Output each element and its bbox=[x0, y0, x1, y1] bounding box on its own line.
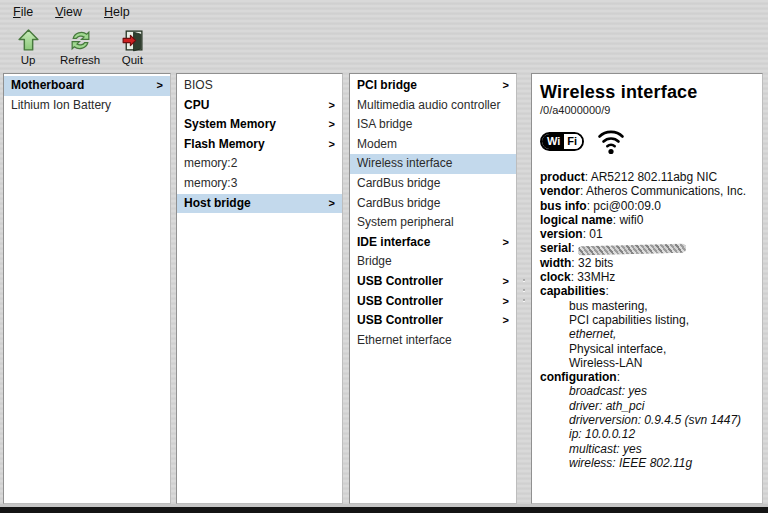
tree-item-ide-interface[interactable]: IDE interface> bbox=[350, 233, 516, 253]
tree-item-ethernet-interface[interactable]: Ethernet interface bbox=[350, 331, 516, 351]
wifi-badge-wi: Wi bbox=[542, 134, 563, 149]
tree-item-flash-memory[interactable]: Flash Memory> bbox=[177, 135, 342, 155]
expander-arrow: > bbox=[503, 76, 509, 96]
tree-item-isa-bridge[interactable]: ISA bridge bbox=[350, 115, 516, 135]
tree-item-pci-bridge[interactable]: PCI bridge> bbox=[350, 76, 516, 96]
expander-arrow: > bbox=[329, 194, 335, 214]
device-title: Wireless interface bbox=[540, 82, 756, 103]
quit-door-icon bbox=[120, 28, 145, 53]
field-bus-info: bus info: pci@00:09.0 bbox=[540, 199, 756, 213]
device-details-panel: Wireless interface /0/a4000000/9 Wi Fi p… bbox=[531, 73, 763, 504]
field-vendor: vendor: Atheros Communications, Inc. bbox=[540, 184, 756, 198]
quit-button[interactable]: Quit bbox=[110, 26, 154, 70]
pane-resize-grip[interactable] bbox=[521, 277, 526, 303]
capability-item: PCI capabilities listing, bbox=[540, 313, 756, 327]
configuration-item: driverversion: 0.9.4.5 (svn 1447) bbox=[540, 413, 756, 427]
wifi-logo-badge: Wi Fi bbox=[540, 132, 584, 151]
device-tree-column-2: BIOSCPU>System Memory>Flash Memory>memor… bbox=[176, 73, 343, 504]
up-button-label: Up bbox=[21, 54, 36, 66]
redacted-serial bbox=[578, 243, 686, 255]
tree-item-usb-controller[interactable]: USB Controller> bbox=[350, 292, 516, 312]
field-serial: serial: bbox=[540, 241, 756, 255]
configuration-item: ip: 10.0.0.12 bbox=[540, 427, 756, 441]
expander-arrow: > bbox=[503, 272, 509, 292]
tree-item-modem[interactable]: Modem bbox=[350, 135, 516, 155]
device-tree-column-1: Motherboard>Lithium Ion Battery bbox=[3, 73, 171, 504]
device-icons: Wi Fi bbox=[540, 126, 756, 156]
menu-help[interactable]: Help bbox=[95, 2, 139, 22]
tree-item-bios[interactable]: BIOS bbox=[177, 76, 342, 96]
tree-item-memory-2[interactable]: memory:2 bbox=[177, 154, 342, 174]
configuration-item: multicast: yes bbox=[540, 442, 756, 456]
tree-item-motherboard[interactable]: Motherboard> bbox=[4, 76, 170, 96]
menu-file[interactable]: File bbox=[4, 2, 42, 22]
capability-item: ethernet, bbox=[540, 327, 756, 341]
expander-arrow: > bbox=[503, 292, 509, 312]
configuration-item: driver: ath_pci bbox=[540, 399, 756, 413]
tree-item-usb-controller[interactable]: USB Controller> bbox=[350, 311, 516, 331]
menu-view[interactable]: View bbox=[46, 2, 91, 22]
tree-item-wireless-interface[interactable]: Wireless interface bbox=[350, 154, 516, 174]
tree-item-multimedia-audio-controller[interactable]: Multimedia audio controller bbox=[350, 96, 516, 116]
refresh-button-label: Refresh bbox=[60, 54, 100, 66]
expander-arrow: > bbox=[157, 76, 163, 96]
expander-arrow: > bbox=[329, 135, 335, 155]
refresh-button[interactable]: Refresh bbox=[56, 26, 104, 70]
menubar: FileViewHelp bbox=[0, 0, 768, 24]
tree-item-system-peripheral[interactable]: System peripheral bbox=[350, 213, 516, 233]
configuration-item: wireless: IEEE 802.11g bbox=[540, 456, 756, 470]
tree-item-cardbus-bridge[interactable]: CardBus bridge bbox=[350, 194, 516, 214]
expander-arrow: > bbox=[329, 96, 335, 116]
tree-item-memory-3[interactable]: memory:3 bbox=[177, 174, 342, 194]
expander-arrow: > bbox=[503, 233, 509, 253]
tree-item-host-bridge[interactable]: Host bridge> bbox=[177, 194, 342, 214]
toolbar: Up Refresh Quit bbox=[0, 24, 160, 72]
device-tree-column-3: PCI bridge>Multimedia audio controllerIS… bbox=[349, 73, 517, 504]
wifi-badge-fi: Fi bbox=[563, 134, 582, 149]
capability-item: bus mastering, bbox=[540, 299, 756, 313]
up-button[interactable]: Up bbox=[6, 26, 50, 70]
up-arrow-icon bbox=[16, 28, 41, 53]
lshw-window: FileViewHelp Up Refresh bbox=[0, 0, 768, 513]
tree-item-cardbus-bridge[interactable]: CardBus bridge bbox=[350, 174, 516, 194]
tree-item-usb-controller[interactable]: USB Controller> bbox=[350, 272, 516, 292]
device-fields: product: AR5212 802.11abg NICvendor: Ath… bbox=[540, 170, 756, 470]
field-product: product: AR5212 802.11abg NIC bbox=[540, 170, 756, 184]
quit-button-label: Quit bbox=[122, 54, 143, 66]
expander-arrow: > bbox=[503, 311, 509, 331]
taskbar-strip bbox=[0, 507, 768, 513]
tree-item-system-memory[interactable]: System Memory> bbox=[177, 115, 342, 135]
field-version: version: 01 bbox=[540, 227, 756, 241]
field-logical-name: logical name: wifi0 bbox=[540, 213, 756, 227]
expander-arrow: > bbox=[329, 115, 335, 135]
field-capabilities: capabilities: bbox=[540, 284, 756, 298]
capability-item: Wireless-LAN bbox=[540, 356, 756, 370]
configuration-item: broadcast: yes bbox=[540, 384, 756, 398]
field-clock: clock: 33MHz bbox=[540, 270, 756, 284]
tree-item-cpu[interactable]: CPU> bbox=[177, 96, 342, 116]
capability-item: Physical interface, bbox=[540, 342, 756, 356]
tree-item-bridge[interactable]: Bridge bbox=[350, 252, 516, 272]
tree-item-lithium-ion-battery[interactable]: Lithium Ion Battery bbox=[4, 96, 170, 116]
field-width: width: 32 bits bbox=[540, 256, 756, 270]
refresh-icon bbox=[68, 28, 93, 53]
device-path: /0/a4000000/9 bbox=[540, 104, 756, 116]
wifi-signal-icon bbox=[596, 127, 626, 155]
field-configuration: configuration: bbox=[540, 370, 756, 384]
